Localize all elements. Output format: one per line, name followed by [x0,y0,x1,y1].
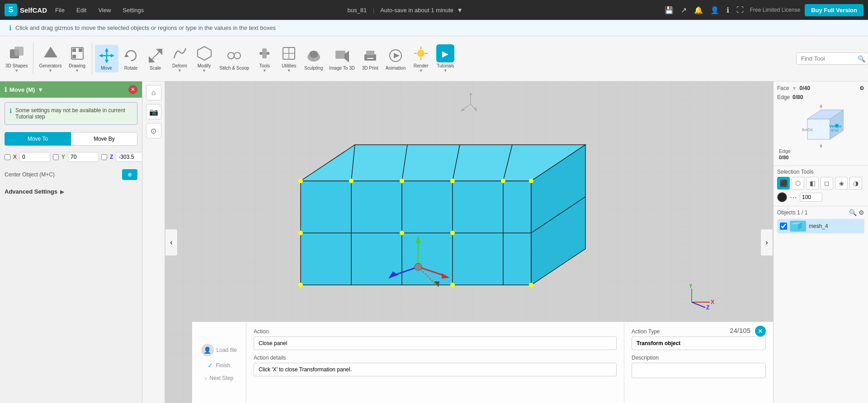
sel-face-tool[interactable]: ◧ [806,177,819,190]
tool-move[interactable]: Move [95,45,118,72]
z-checkbox[interactable] [101,154,107,160]
image-to-3d-label: Image To 3D [329,66,355,71]
svg-point-62 [400,179,404,183]
rp-settings-icon[interactable]: ⚙ [859,85,864,91]
objects-search-icon[interactable]: 🔍 [849,209,857,216]
tool-generators[interactable]: Generators ▼ [36,43,64,75]
svg-point-34 [417,50,425,57]
edge-count: 0/80 [779,155,791,160]
tab-move-to[interactable]: Move To [5,132,71,146]
dots-menu-icon[interactable]: ⋯ [790,193,797,202]
y-checkbox[interactable] [53,154,59,160]
object-item-mesh4[interactable]: mesh_4 [777,219,864,233]
tool-tutorials[interactable]: ▶ Tutorials ▼ [434,43,457,75]
panel-dropdown-icon[interactable]: ▼ [38,86,43,93]
view-cube[interactable]: Vertex 9/42 BACK [798,103,844,148]
camera-icon[interactable]: 📷 [146,104,161,119]
x-checkbox[interactable] [5,154,10,160]
object-checkbox[interactable] [780,223,787,230]
right-panel: Face ▼ 0/40 ⚙ Edge 0/80 [773,81,868,403]
infobar-message: Click and drag gizmos to move the select… [15,24,276,31]
svg-point-19 [234,52,241,59]
viewport-nav-right[interactable]: › [760,229,773,256]
color-picker[interactable] [777,192,787,202]
sel-vertex-tool[interactable]: ◈ [835,177,848,190]
tool-scale[interactable]: Scale [144,45,167,72]
sel-other-tool[interactable]: ◑ [849,177,862,190]
3d-print-icon [361,47,379,65]
objects-icons: 🔍 ⚙ [849,209,864,216]
sel-sphere-tool[interactable]: ⬡ [792,177,804,190]
tool-modify[interactable]: Modify ▼ [193,43,216,75]
selection-tools-label: Selection Tools [774,166,868,177]
overlay-close-button[interactable]: ✕ [755,326,766,337]
tool-animation[interactable]: Animation [383,45,408,72]
render-icon [412,44,430,62]
orbit-button[interactable]: ⊙ [146,123,161,138]
sculpting-label: Sculpting [304,66,323,71]
menu-file[interactable]: File [52,5,68,15]
move-icon [98,47,116,65]
x-value-input[interactable]: 0 [19,152,50,162]
tool-stitch-scoop[interactable]: Stitch & Scoop [217,45,252,72]
filename: bus_81 [348,7,367,14]
warning-icon: ℹ [9,107,12,114]
center-object-button[interactable]: ⊕ [122,169,137,180]
action-value-input[interactable]: Close panel [254,337,617,350]
svg-text:Z: Z [706,304,709,311]
opacity-input[interactable]: 100 [800,193,822,202]
advanced-settings-row[interactable]: Advanced Settings ▶ [5,188,137,195]
menu-settings[interactable]: Settings [119,5,147,15]
buy-full-version-button[interactable]: Buy Full Version [805,4,863,16]
tool-3d-shapes[interactable]: 3D Shapes ▼ [3,43,30,75]
share-icon[interactable]: ↗ [679,4,689,16]
tool-drawing[interactable]: Drawing ▼ [66,43,89,75]
fullscreen-icon[interactable]: ⛶ [735,4,745,16]
tool-render[interactable]: Render ▼ [409,43,433,75]
svg-marker-2 [44,47,57,57]
save-icon[interactable]: 💾 [663,4,675,16]
viewport-nav-left[interactable]: ‹ [165,229,178,256]
tab-move-by[interactable]: Move By [71,132,137,146]
tool-rotate[interactable]: Rotate [119,45,143,72]
tool-3d-print[interactable]: 3D Print [359,45,382,72]
load-file-item[interactable]: 👤 Load file [201,344,237,356]
warning-text: Some settings may not be available in cu… [15,107,132,120]
next-step-item[interactable]: › Next Step [205,375,233,382]
tool-tools[interactable]: Tools ▼ [253,43,276,75]
axis-indicator: X Y Z [683,284,719,313]
menu-view[interactable]: View [94,5,114,15]
sep1 [33,43,33,75]
overlay-right: Action Type Transform object Description [624,322,773,403]
panel-title: Move (M) [9,86,35,93]
svg-point-69 [298,283,303,287]
svg-point-67 [400,231,404,235]
utilities-label: Utilities [282,63,296,68]
overlay-middle: Action Close panel Action details Click … [246,322,624,403]
finish-check-icon: ✓ [208,362,213,369]
user-icon[interactable]: 👤 [708,4,721,16]
nav-column: ⌂ 📷 ⊙ [142,81,165,403]
notification-icon[interactable]: 🔔 [692,4,705,16]
tool-image-to-3d[interactable]: Image To 3D [326,45,358,72]
objects-settings-icon[interactable]: ⚙ [859,209,864,216]
home-view-button[interactable]: ⌂ [146,85,161,100]
finish-item[interactable]: ✓ Finish [208,362,230,369]
svg-point-18 [228,52,234,59]
tool-sculpting[interactable]: Sculpting [302,45,326,72]
action-details-input[interactable]: Click 'X' to close Transformation panel. [254,363,617,376]
tool-utilities[interactable]: Utilities ▼ [277,43,301,75]
logo-text: SelfCAD [20,6,47,14]
face-value: 0/40 [800,85,810,91]
panel-close-button[interactable]: ✕ [128,85,137,94]
info-icon[interactable]: ℹ [725,4,731,16]
autosave-dropdown-icon[interactable]: ▼ [457,7,463,14]
menu-edit[interactable]: Edit [73,5,90,15]
y-value-input[interactable]: 70 [68,152,99,162]
tool-deform[interactable]: Deform ▼ [168,43,192,75]
z-value-input[interactable]: -303.5 [116,152,142,162]
svg-marker-11 [99,54,103,57]
sel-edge-tool[interactable]: ◻ [821,177,833,190]
sel-box-tool[interactable]: ⬛ [777,177,790,190]
viewport[interactable]: X Y Z ‹ › 24/105 ✕ 👤 Load file ✓ Finish [165,81,773,403]
